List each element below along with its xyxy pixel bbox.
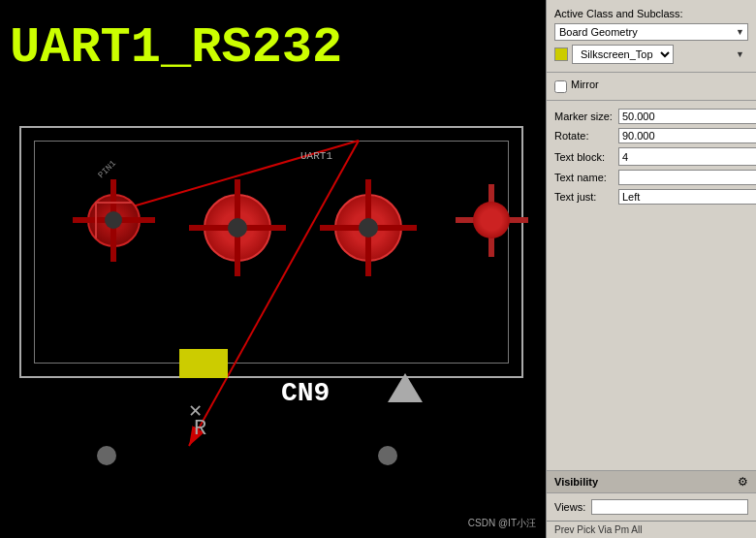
text-name-label: Text name: [554, 170, 613, 185]
triangle-shape [388, 373, 423, 402]
mirror-label: Mirror [571, 79, 599, 90]
right-panel: Active Class and Subclass: Board Geometr… [546, 0, 756, 538]
text-block-input[interactable] [619, 148, 756, 165]
subclass-row: Silkscreen_Top ▼ [554, 45, 748, 64]
bottom-bar: Prev Pick Via Pm All [547, 521, 756, 538]
visibility-header: Visibility ⚙ [547, 470, 756, 493]
watermark: CSDN @IT小汪 [468, 517, 536, 530]
subclass-color-swatch[interactable] [554, 47, 568, 61]
active-class-label: Active Class and Subclass: [554, 8, 748, 19]
spacer [547, 212, 756, 470]
subclass-dropdown[interactable]: Silkscreen_Top [572, 45, 674, 64]
pcb-text-1: UART1 [300, 150, 332, 162]
views-label: Views: [554, 501, 585, 513]
active-class-dropdown-wrapper: Board Geometry ▼ [554, 23, 748, 41]
bottom-bar-text: Prev Pick Via Pm All [554, 524, 642, 535]
text-just-label: Text just: [554, 189, 613, 205]
marker-size-input[interactable] [618, 109, 756, 124]
text-just-dropdown[interactable]: Left Center Right [618, 189, 756, 205]
yellow-rect [179, 349, 228, 378]
text-block-spinner: ▲ ▼ [618, 147, 756, 166]
rotate-dropdown-wrapper: 90.000 0.000 180.000 270.000 ▼ [618, 128, 756, 143]
cn9-label: CN9 [281, 378, 330, 408]
text-just-dropdown-wrapper: Left Center Right ▼ [618, 189, 756, 205]
active-class-dropdown[interactable]: Board Geometry [554, 23, 748, 41]
properties-grid: Marker size: Rotate: 90.000 0.000 180.00… [547, 101, 756, 212]
visibility-title: Visibility [554, 476, 598, 488]
visibility-icon[interactable]: ⚙ [738, 475, 748, 489]
text-name-dropdown-wrapper: ▼ [618, 170, 756, 185]
marker-size-label: Marker size: [554, 109, 613, 124]
active-class-section: Active Class and Subclass: Board Geometr… [547, 0, 756, 73]
text-block-label: Text block: [554, 147, 613, 166]
views-input[interactable] [591, 499, 748, 515]
views-row: Views: [547, 493, 756, 521]
pad-group [87, 194, 519, 262]
bottom-circle-left [97, 446, 116, 465]
pcb-canvas[interactable]: UART1_RS232 [0, 0, 546, 538]
r-label: R [194, 417, 206, 441]
rotate-label: Rotate: [554, 128, 613, 143]
subclass-dropdown-wrapper: Silkscreen_Top ▼ [572, 45, 748, 64]
mirror-row: Mirror [547, 73, 756, 101]
subclass-arrow-icon: ▼ [736, 49, 744, 59]
text-name-dropdown[interactable] [618, 170, 756, 185]
bottom-circle-right [378, 446, 397, 465]
rotate-dropdown[interactable]: 90.000 0.000 180.000 270.000 [618, 128, 756, 143]
mirror-checkbox[interactable] [554, 80, 567, 93]
pcb-title: UART1_RS232 [10, 19, 342, 77]
